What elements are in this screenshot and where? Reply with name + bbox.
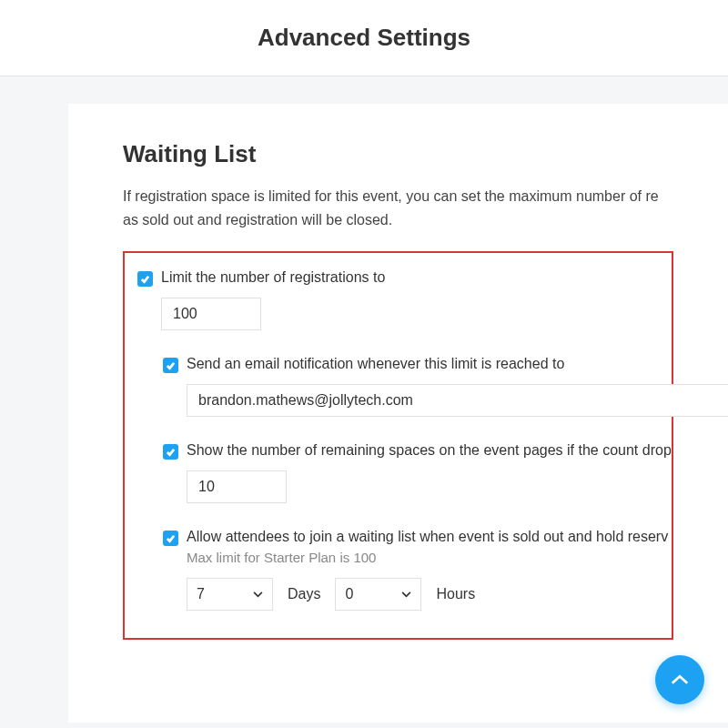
remaining-spaces-input[interactable] [187,470,287,503]
main-container: Waiting List If registration space is li… [0,76,728,723]
check-icon [140,274,150,284]
remaining-spaces-label: Show the number of remaining spaces on t… [187,442,672,459]
waiting-list-hint: Max limit for Starter Plan is 100 [187,550,659,565]
email-notify-row: Send an email notification whenever this… [163,356,659,373]
check-icon [166,533,176,543]
waiting-list-checkbox[interactable] [163,531,178,546]
page-header: Advanced Settings [0,0,728,76]
chevron-down-icon [253,592,263,598]
limit-registrations-label: Limit the number of registrations to [161,269,385,286]
remaining-spaces-checkbox[interactable] [163,444,178,460]
section-description: If registration space is limited for thi… [123,185,673,231]
limit-registrations-row: Limit the number of registrations to [137,269,659,287]
limit-registrations-input[interactable] [161,298,261,330]
section-title: Waiting List [123,140,673,168]
hours-select[interactable]: 0 [335,578,421,611]
chevron-down-icon [401,592,411,598]
waiting-list-row: Allow attendees to join a waiting list w… [163,529,659,546]
page-title: Advanced Settings [0,24,728,52]
settings-card: Waiting List If registration space is li… [68,104,728,723]
days-label: Days [288,586,320,602]
email-notify-label: Send an email notification whenever this… [187,356,564,372]
hours-label: Hours [436,586,475,602]
check-icon [166,360,176,370]
email-notify-input[interactable] [187,384,728,417]
limit-registrations-checkbox[interactable] [137,271,153,287]
check-icon [166,447,176,457]
scroll-to-top-button[interactable] [655,655,704,704]
email-notify-checkbox[interactable] [163,358,178,373]
days-value: 7 [197,586,205,602]
remaining-spaces-row: Show the number of remaining spaces on t… [163,442,659,460]
chevron-up-icon [670,673,690,686]
waiting-duration-row: 7 Days 0 Hours [187,578,659,611]
waiting-list-label: Allow attendees to join a waiting list w… [187,529,668,545]
settings-highlight-box: Limit the number of registrations to Sen… [123,251,673,640]
sub-settings: Send an email notification whenever this… [163,356,659,611]
hours-value: 0 [345,586,353,602]
days-select[interactable]: 7 [187,578,273,611]
